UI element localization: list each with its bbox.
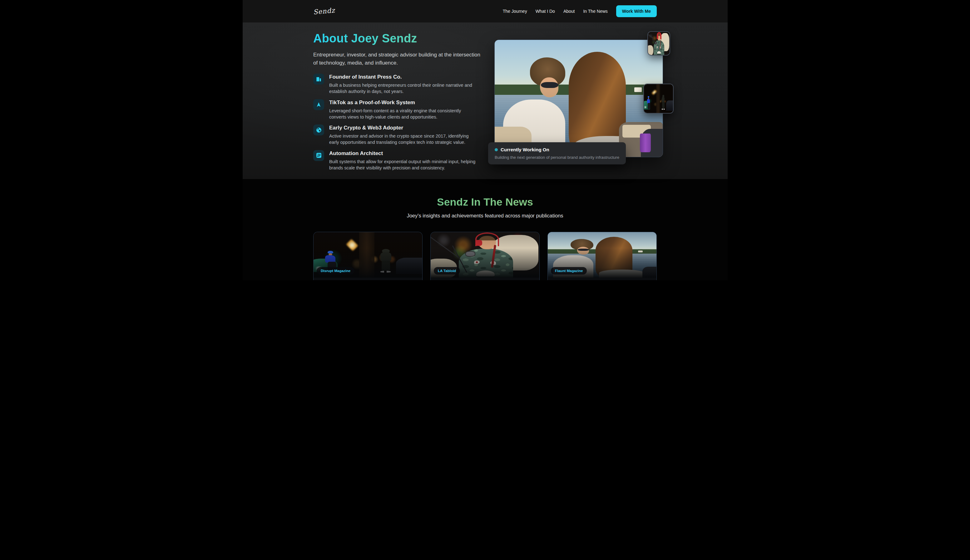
chart-2k-icon-glyph: 2K (316, 152, 322, 158)
hero-text-column: About Joey Sendz Entrepreneur, investor,… (313, 22, 488, 171)
status-description: Building the next generation of personal… (495, 155, 619, 160)
building-icon-glyph (316, 76, 322, 82)
feature-description: Built a business helping entrepreneurs c… (329, 82, 478, 95)
building-icon (313, 73, 324, 85)
feature-title: Founder of Instant Press Co. (329, 74, 478, 80)
news-card-flaunt-magazine[interactable]: Flaunt Magazine (547, 232, 657, 280)
purple-tumbler (640, 133, 651, 152)
news-card-grid: Disrupt Magazine (313, 232, 657, 280)
card-body (314, 278, 422, 280)
feature-title: Automation Architect (329, 150, 478, 157)
source-badge: Flaunt Magazine (551, 267, 587, 275)
source-badge: LA Tabloid (434, 267, 460, 275)
nav-link-what-i-do[interactable]: What I Do (535, 9, 555, 14)
news-card-disrupt-magazine[interactable]: Disrupt Magazine (313, 232, 423, 280)
lake-house (634, 87, 642, 92)
logo[interactable]: Sendz (313, 7, 335, 16)
podcast-scene (648, 32, 669, 55)
page: Sendz The Journey What I Do About In The… (242, 0, 728, 280)
red-headphones-earcup (657, 36, 658, 39)
source-badge: Disrupt Magazine (317, 267, 355, 275)
card-image-podcast: LA Tabloid (431, 232, 539, 278)
currently-working-on-card: Currently Working On Building the next g… (488, 142, 626, 164)
dark-pants-right (662, 102, 664, 108)
news-subtitle: Joey's insights and achievements feature… (242, 213, 728, 219)
shark-eye-left (657, 46, 658, 48)
news-section: Sendz In The News Joey's insights and ac… (242, 179, 728, 280)
sunglasses (541, 82, 559, 88)
dark-car (666, 100, 674, 111)
feature-text: Early Crypto & Web3 Adopter Active inves… (329, 125, 478, 146)
status-dot-icon (495, 148, 498, 151)
work-with-me-button[interactable]: Work With Me (616, 5, 657, 17)
about-section: About Joey Sendz Entrepreneur, investor,… (242, 22, 728, 179)
feature-title: TikTok as a Proof-of-Work System (329, 100, 478, 106)
navbar-inner: Sendz The Journey What I Do About In The… (313, 5, 657, 17)
microphone (655, 42, 657, 44)
feature-text: Automation Architect Built systems that … (329, 150, 478, 171)
nav-links: The Journey What I Do About In The News … (503, 5, 657, 17)
navigation-arrow-icon (313, 99, 324, 110)
card-image-couple-on-boat: Flaunt Magazine (548, 232, 656, 278)
feature-title: Early Crypto & Web3 Adopter (329, 125, 478, 131)
card-image-night-street: Disrupt Magazine (314, 232, 422, 278)
feature-founder: Founder of Instant Press Co. Built a bus… (313, 73, 488, 95)
feature-description: Built systems that allow for exponential… (329, 158, 478, 171)
chart-2k-icon: 2K (313, 150, 324, 161)
status-header: Currently Working On (495, 147, 619, 152)
card-body (548, 278, 656, 280)
feature-crypto: Early Crypto & Web3 Adopter Active inves… (313, 125, 488, 146)
shark-mouth (657, 51, 661, 55)
news-card-la-tabloid[interactable]: LA Tabloid (430, 232, 540, 280)
feature-tiktok: TikTok as a Proof-of-Work System Leverag… (313, 99, 488, 120)
nav-link-about[interactable]: About (564, 9, 575, 14)
boat-lake-scene (495, 40, 663, 157)
feature-automation: 2K Automation Architect Built systems th… (313, 150, 488, 171)
nav-link-in-the-news[interactable]: In The News (583, 9, 607, 14)
feature-description: Active investor and advisor in the crypt… (329, 133, 478, 146)
bridge-pillar (656, 84, 660, 113)
navigation-arrow-icon-glyph (316, 102, 322, 108)
couch-armrest (647, 45, 653, 55)
hero-intro: Entrepreneur, investor, and strategic ad… (313, 51, 482, 67)
feature-text: TikTok as a Proof-of-Work System Leverag… (329, 99, 478, 120)
hero-photo-night-cars (643, 83, 674, 113)
night-street-scene (644, 84, 673, 113)
globe-icon-glyph (316, 127, 322, 133)
hero-photo-couple-on-boat (494, 40, 663, 157)
feature-list: Founder of Instant Press Co. Built a bus… (313, 73, 488, 171)
white-sneakers (662, 108, 665, 110)
news-title: Sendz In The News (242, 196, 728, 208)
globe-icon (313, 125, 324, 135)
navbar: Sendz The Journey What I Do About In The… (242, 0, 728, 22)
dark-pants-left (648, 103, 650, 109)
feature-description: Leveraged short-form content as a virali… (329, 108, 478, 120)
hero-photo-podcast (647, 31, 670, 55)
page-title: About Joey Sendz (313, 32, 488, 45)
hero-container: About Joey Sendz Entrepreneur, investor,… (313, 22, 657, 179)
nav-link-the-journey[interactable]: The Journey (503, 9, 527, 14)
feature-text: Founder of Instant Press Co. Built a bus… (329, 73, 478, 95)
card-body (431, 278, 539, 280)
status-title: Currently Working On (501, 147, 549, 152)
